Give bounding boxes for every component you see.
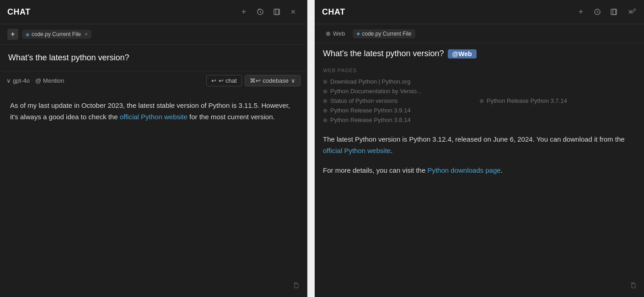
- web-page-label-5: Python Release Python 3.9.14: [330, 107, 411, 114]
- chat-send-button[interactable]: ↩ ↩ chat: [206, 75, 242, 86]
- right-context-chip-label: code.py Current File: [362, 31, 412, 37]
- mention-label: Mention: [43, 77, 64, 84]
- web-badge: @Web: [448, 49, 477, 58]
- svg-rect-6: [613, 9, 616, 15]
- right-plus-button[interactable]: +: [574, 5, 587, 18]
- web-page-label-3: Status of Python versions: [330, 97, 397, 104]
- web-page-label-4: Python Release Python 3.7.14: [487, 97, 567, 104]
- web-page-item-1[interactable]: ⊕ Download Python | Python.org: [323, 77, 479, 86]
- left-history-button[interactable]: [254, 5, 267, 18]
- web-page-item-5[interactable]: ⊕ Python Release Python 3.9.14: [323, 106, 479, 115]
- right-question-text: What's the latest python version?: [323, 49, 444, 58]
- codebase-button[interactable]: ⌘↩ codebase ∨: [245, 75, 301, 86]
- left-copy-button[interactable]: [292, 281, 300, 291]
- right-response-area: The latest Python version is Python 3.12…: [315, 127, 644, 297]
- context-chip-code[interactable]: ◈ code.py Current File ×: [22, 30, 91, 39]
- codebase-chevron: ∨: [291, 77, 295, 84]
- globe-icon-4: ⊕: [479, 98, 484, 104]
- right-header: CHAT + ×: [315, 0, 644, 24]
- mention-button[interactable]: @ Mention: [35, 77, 64, 84]
- web-pages-section: WEB PAGES ⊕ Download Python | Python.org…: [315, 64, 644, 127]
- add-context-button[interactable]: +: [7, 29, 18, 40]
- context-chip-label: code.py Current File: [32, 31, 81, 37]
- python-downloads-link[interactable]: Python downloads page: [427, 166, 500, 174]
- mention-icon: @: [35, 77, 41, 84]
- right-context-bar: ⊕ Web ◈ code.py Current File: [315, 24, 644, 43]
- left-plus-button[interactable]: +: [237, 5, 250, 18]
- left-question: What's the latest python version?: [0, 45, 307, 71]
- web-page-item-empty-3: [479, 106, 636, 115]
- left-panel: CHAT + × + ◈ code.py Current File ×: [0, 0, 307, 297]
- right-context-chip-code[interactable]: ◈ code.py Current File: [353, 29, 415, 38]
- model-selector[interactable]: ∨ gpt-4o: [6, 77, 30, 84]
- official-python-link[interactable]: official Python website: [120, 113, 188, 121]
- web-pages-grid: ⊕ Download Python | Python.org ⊕ Python …: [323, 77, 636, 125]
- return-icon: ↩: [211, 77, 216, 84]
- right-expand-button[interactable]: [607, 5, 620, 18]
- web-chip[interactable]: ⊕ Web: [322, 29, 349, 38]
- globe-icon: ⊕: [326, 30, 331, 37]
- chevron-down-icon: ∨: [6, 77, 11, 84]
- right-response-p1: The latest Python version is Python 3.12…: [323, 134, 636, 157]
- web-page-label-1: Download Python | Python.org: [330, 78, 410, 85]
- web-page-item-empty-2: [479, 86, 636, 96]
- right-panel: CHAT + × ⊕ Web ◈: [315, 0, 644, 297]
- right-history-button[interactable]: [591, 5, 604, 18]
- chat-label: ↩ chat: [219, 77, 236, 84]
- right-question-row: What's the latest python version? @Web: [315, 43, 644, 64]
- codebase-label: codebase: [263, 77, 289, 84]
- right-copy-button[interactable]: [629, 281, 637, 291]
- left-input-toolbar: ∨ gpt-4o @ Mention ↩ ↩ chat ⌘↩ codebase …: [0, 71, 307, 90]
- left-context-bar: + ◈ code.py Current File ×: [0, 24, 307, 45]
- web-page-item-empty-1: [479, 77, 636, 86]
- right-title: CHAT: [322, 7, 571, 17]
- web-label: Web: [333, 30, 345, 37]
- web-page-item-6[interactable]: ⊕ Python Release Python 3.8.14: [323, 115, 479, 125]
- right-response-p2: For more details, you can visit the Pyth…: [323, 165, 636, 176]
- right-file-icon: ◈: [356, 31, 360, 37]
- left-response-area: As of my last update in October 2023, th…: [0, 90, 307, 297]
- svg-rect-2: [276, 9, 279, 15]
- web-page-item-2[interactable]: ⊕ Python Documentation by Versio...: [323, 86, 479, 96]
- web-page-label-2: Python Documentation by Versio...: [330, 88, 421, 95]
- web-page-item-3[interactable]: ⊕ Status of Python versions: [323, 96, 479, 106]
- globe-icon-1: ⊕: [323, 79, 327, 85]
- edit-button[interactable]: [630, 8, 637, 16]
- svg-rect-3: [295, 284, 298, 288]
- right-official-python-link[interactable]: official Python website: [323, 147, 391, 154]
- web-page-label-6: Python Release Python 3.8.14: [330, 117, 411, 123]
- panel-gap: [307, 0, 315, 297]
- web-pages-label: WEB PAGES: [323, 68, 636, 73]
- globe-icon-6: ⊕: [323, 117, 327, 123]
- left-response-text: As of my last update in October 2023, th…: [10, 100, 297, 123]
- globe-icon-2: ⊕: [323, 88, 327, 95]
- globe-icon-3: ⊕: [323, 98, 327, 104]
- context-chip-close[interactable]: ×: [85, 31, 88, 37]
- file-icon: ◈: [26, 32, 29, 37]
- left-close-button[interactable]: ×: [287, 5, 300, 18]
- svg-rect-7: [632, 284, 635, 288]
- web-page-item-4[interactable]: ⊕ Python Release Python 3.7.14: [479, 96, 636, 106]
- globe-icon-5: ⊕: [323, 107, 327, 114]
- left-title: CHAT: [7, 7, 234, 17]
- model-label: gpt-4o: [13, 77, 30, 84]
- left-expand-button[interactable]: [270, 5, 283, 18]
- left-header: CHAT + ×: [0, 0, 307, 24]
- cmd-icon: ⌘↩: [250, 77, 261, 84]
